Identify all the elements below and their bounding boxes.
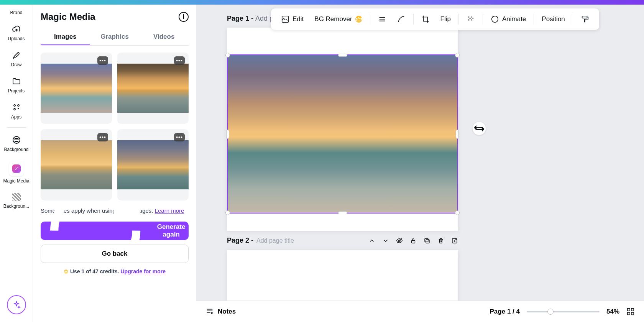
sparkle-icon <box>12 301 21 309</box>
resize-handle-t[interactable] <box>338 54 347 57</box>
tab-graphics[interactable]: Graphics <box>90 29 140 45</box>
zoom-value[interactable]: 54% <box>606 308 619 315</box>
corner-button[interactable] <box>393 13 410 26</box>
canvas-area[interactable]: Page 1 - Add p Edit BG Remover Flip Anim… <box>196 5 644 322</box>
zoom-knob[interactable] <box>547 309 554 315</box>
grid-icon <box>626 307 635 316</box>
panel-title: Magic Media <box>41 12 95 22</box>
svg-rect-9 <box>468 19 470 21</box>
page2-label-text[interactable]: Page 2 - <box>227 237 253 245</box>
magic-media-panel: Magic Media i Images Graphics Videos •••… <box>33 5 196 322</box>
tab-images[interactable]: Images <box>41 29 90 45</box>
grid-view-button[interactable] <box>626 307 635 316</box>
svg-rect-8 <box>472 18 474 19</box>
svg-rect-6 <box>471 16 472 18</box>
page2-title-hint[interactable]: Add page title <box>256 237 294 244</box>
svg-rect-12 <box>582 16 587 18</box>
sunset-image-2 <box>117 64 189 113</box>
lines-icon <box>378 15 386 23</box>
toolbar-sep <box>370 14 370 25</box>
page-indicator[interactable]: Page 1 / 4 <box>490 308 520 315</box>
learn-more-link[interactable]: Learn more <box>155 207 184 214</box>
resize-handle-b[interactable] <box>338 211 347 214</box>
move-page-down[interactable] <box>382 237 389 244</box>
duplicate-page[interactable] <box>424 237 430 244</box>
hide-page[interactable] <box>396 237 403 244</box>
credits-text: ♔ Use 1 of 47 credits. Upgrade for more <box>41 268 189 274</box>
apps-icon <box>12 103 21 112</box>
rail-apps-label: Apps <box>11 114 21 120</box>
sunset-image-1 <box>41 64 112 113</box>
hatch-icon <box>12 135 21 145</box>
thumb-2-more[interactable]: ••• <box>174 56 185 65</box>
animate-button[interactable]: Animate <box>486 13 531 26</box>
thumb-4-more[interactable]: ••• <box>174 133 185 141</box>
svg-rect-18 <box>628 308 630 310</box>
transparency-button[interactable] <box>462 13 480 26</box>
zoom-slider[interactable] <box>527 311 600 312</box>
flip-button[interactable]: Flip <box>436 13 455 25</box>
crown-icon <box>355 16 362 23</box>
rail-brand[interactable]: Brand <box>0 7 33 18</box>
thumbnail-2[interactable]: ••• <box>117 53 189 124</box>
thumb-1-more[interactable]: ••• <box>97 56 108 65</box>
svg-rect-15 <box>426 240 429 243</box>
resize-handle-r[interactable] <box>456 130 459 139</box>
format-painter-button[interactable] <box>576 13 594 26</box>
context-toolbar: Edit BG Remover Flip Animate Position <box>271 8 599 30</box>
svg-rect-5 <box>468 16 470 18</box>
top-gradient-bar <box>0 0 644 5</box>
tab-videos[interactable]: Videos <box>139 29 189 45</box>
svg-rect-20 <box>628 312 630 314</box>
bgremover-button[interactable]: BG Remover <box>310 13 366 25</box>
info-button[interactable]: i <box>179 12 189 22</box>
rail-background-label: Background <box>4 147 28 152</box>
rail-draw[interactable]: Draw <box>0 48 33 71</box>
rail-uploads[interactable]: Uploads <box>0 21 33 44</box>
resize-handle-bl[interactable] <box>225 210 230 215</box>
lines-button[interactable] <box>373 13 391 26</box>
pencil-icon <box>12 51 21 60</box>
toolbar-sep5 <box>534 14 534 25</box>
rail-projects[interactable]: Projects <box>0 74 33 97</box>
lock-page[interactable] <box>410 237 417 244</box>
bg-remove-icon <box>12 193 21 201</box>
svg-rect-14 <box>412 240 415 243</box>
edit-button[interactable]: Edit <box>276 13 308 26</box>
rail-background[interactable]: Background <box>0 132 33 155</box>
svg-rect-10 <box>471 19 472 21</box>
resize-handle-tl[interactable] <box>225 53 230 58</box>
cloud-upload-icon <box>12 25 21 34</box>
page1-label[interactable]: Page 1 - Add p <box>227 15 273 23</box>
rail-magicmedia[interactable]: Magic Media <box>0 158 33 187</box>
notes-button[interactable]: Notes <box>205 307 236 316</box>
assistant-button[interactable] <box>7 295 26 314</box>
resize-handle-l[interactable] <box>226 130 229 139</box>
selected-image[interactable] <box>227 54 458 214</box>
resize-handle-br[interactable] <box>455 210 460 215</box>
crop-button[interactable] <box>417 13 434 26</box>
rail-draw-label: Draw <box>11 62 21 67</box>
resize-handle-tr[interactable] <box>455 53 460 58</box>
thumbnail-4[interactable]: ••• <box>117 129 189 200</box>
position-button[interactable]: Position <box>537 13 569 25</box>
generate-again-button[interactable]: Generate again <box>41 222 189 240</box>
toolbar-sep2 <box>413 14 414 25</box>
rail-bgremove[interactable]: Backgroun... <box>0 190 33 212</box>
add-page[interactable] <box>451 237 458 244</box>
left-rail: Brand Uploads Draw Projects Apps Backgro… <box>0 5 33 322</box>
go-back-button[interactable]: Go back <box>41 245 189 263</box>
page2-header: Page 2 - Add page title <box>227 237 458 245</box>
thumb-3-more[interactable]: ••• <box>97 133 108 141</box>
rail-divider <box>7 127 26 128</box>
rail-apps[interactable]: Apps <box>0 100 33 123</box>
thumbnail-1[interactable]: ••• <box>41 53 112 124</box>
swap-image-button[interactable] <box>472 122 486 135</box>
page-1-canvas[interactable] <box>227 28 458 231</box>
upgrade-link[interactable]: Upgrade for more <box>120 268 165 274</box>
toolbar-sep3 <box>458 14 459 25</box>
bottom-bar: Notes Page 1 / 4 54% <box>196 301 644 322</box>
delete-page[interactable] <box>437 237 444 244</box>
thumbnail-3[interactable]: ••• <box>41 129 112 200</box>
move-page-up[interactable] <box>368 237 375 244</box>
